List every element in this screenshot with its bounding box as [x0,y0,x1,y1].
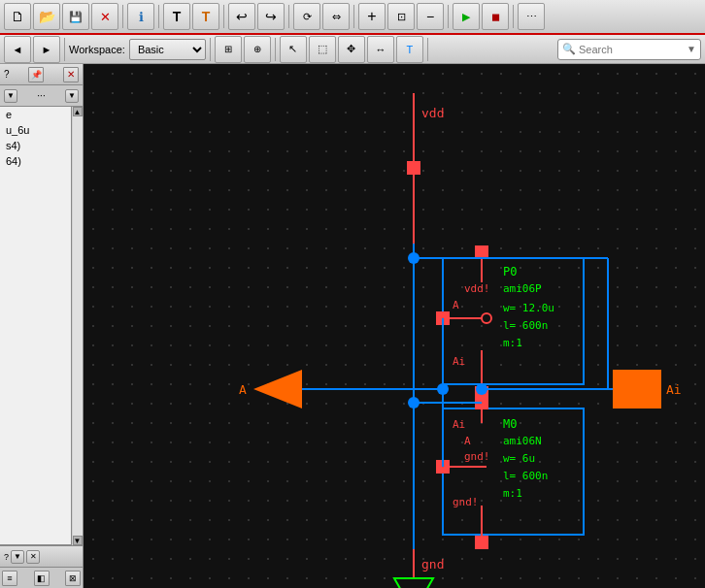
search-input[interactable] [579,44,687,55]
panel-scrollbar[interactable]: ▲ ▼ [71,107,83,545]
nmos-a-label2: A [464,435,471,447]
toolbar-top: 🗋 📂 💾 ✕ ℹ T T ↩ ↪ ⟳ ⇔ + ⊡ − ▶ ◼ ⋯ [0,0,705,35]
zoom-out-button[interactable]: − [417,3,444,30]
save-button[interactable]: 💾 [62,3,89,30]
A-input-arrow [253,370,302,408]
search-icon: 🔍 [562,43,576,55]
zoom-in-button[interactable]: + [358,3,386,30]
sep10 [275,38,276,61]
nmos-ai-label2: Ai [453,418,465,431]
pmos-w-label: w= 12.0u [503,302,554,314]
output-junction [476,383,487,395]
panel-bottom-label: ? [4,552,9,562]
pmos-name-label: ami06P [503,282,542,295]
pmos-a-label: A [453,299,459,311]
sep2 [158,5,159,28]
open-button[interactable]: 📂 [33,3,60,30]
move-button[interactable]: ✥ [338,36,365,63]
run-button[interactable]: ▶ [453,3,480,30]
canvas-area[interactable]: vdd P0 vdd! ami06P w= 12.0u l= 600n m:1 … [84,64,705,588]
sep9 [210,38,211,61]
panel-dropdown-btn2[interactable]: ▼ [65,89,79,103]
A-arrow-label: A [239,382,247,397]
sep8 [64,38,65,61]
svg-rect-14 [475,536,488,549]
workspace-label: Workspace: [69,44,125,55]
nav-forward[interactable]: ► [33,36,60,63]
sep4 [288,5,289,28]
nmos-m-label: m:1 [503,487,522,500]
footer-btn2[interactable]: ◧ [34,571,50,586]
panel-bottom-close[interactable]: ✕ [26,550,40,564]
scroll-track [73,116,83,536]
scroll-down-btn[interactable]: ▼ [73,536,83,545]
list-item[interactable]: u_6u [0,122,71,138]
list-item[interactable]: 64) [0,153,71,169]
search-box: 🔍 ▼ [557,39,701,60]
pmos-m-label: m:1 [503,337,522,349]
toolbar-second: ◄ ► Workspace: Basic Advanced ⊞ ⊕ ↖ ⬚ ✥ … [0,35,705,64]
scroll-up-btn[interactable]: ▲ [73,107,83,116]
pmos-l-label: l= 600n [503,319,548,332]
close-button[interactable]: ✕ [91,3,118,30]
panel-question-icon: ? [4,69,10,80]
panel-dropdown: ▼ ··· ▼ [0,85,83,107]
nmos-w-label: w= 6u [503,452,535,465]
pmos-p0-label: P0 [503,265,517,278]
cursor-button[interactable]: ↖ [280,36,307,63]
undo-button[interactable]: ↩ [228,3,255,30]
panel-footer: ≡ ◧ ⊠ [0,567,83,588]
footer-btn3[interactable]: ⊠ [65,571,81,586]
wire-button[interactable]: T [396,36,423,63]
text2-button[interactable]: T [192,3,219,30]
nmos-l-label: l= 600n [503,470,548,482]
schematic-svg: vdd P0 vdd! ami06P w= 12.0u l= 600n m:1 … [84,64,705,588]
nav-back[interactable]: ◄ [4,36,31,63]
rotate-button[interactable]: ⟳ [293,3,320,30]
grid-button[interactable]: ⊞ [215,36,242,63]
workspace-select[interactable]: Basic Advanced [129,39,206,60]
list-item[interactable]: e [0,107,71,122]
sep7 [513,5,514,28]
zoom-fit-button[interactable]: ⊡ [387,3,415,30]
new-button[interactable]: 🗋 [4,3,31,30]
panel-dropdown-label: ··· [37,90,45,101]
left-panel: ? 📌 ✕ ▼ ··· ▼ e u_6u s4) 64) ▲ ▼ ? [0,64,84,588]
sep11 [427,38,428,61]
footer-btn1[interactable]: ≡ [2,571,17,586]
main-area: ? 📌 ✕ ▼ ··· ▼ e u_6u s4) 64) ▲ ▼ ? [0,64,705,588]
panel-bottom-dropdown[interactable]: ▼ [11,550,24,564]
select-button[interactable]: ⬚ [309,36,336,63]
panel-dropdown-btn1[interactable]: ▼ [4,89,17,103]
Ai-arrow-label: Ai [666,382,682,397]
info-button[interactable]: ℹ [127,3,154,30]
panel-close-button[interactable]: ✕ [63,67,79,82]
svg-rect-3 [475,245,488,259]
sep3 [223,5,224,28]
search-dropdown-arrow[interactable]: ▼ [687,44,696,54]
mirror-button[interactable]: ⇔ [322,3,350,30]
panel-pin-button[interactable]: 📌 [28,67,44,82]
text-button[interactable]: T [163,3,190,30]
panel-list: e u_6u s4) 64) [0,107,71,545]
nmos-drain-junction [408,397,420,408]
vdd-label: vdd [421,106,444,120]
top-junction [408,252,420,264]
stretch-button[interactable]: ↔ [367,36,394,63]
nmos-name-label: ami06N [503,435,542,447]
sep1 [122,5,123,28]
pmos-ai-label: Ai [453,355,465,368]
gate-junction [437,383,449,395]
snap-button[interactable]: ⊕ [244,36,271,63]
list-item[interactable]: s4) [0,138,71,153]
stop-button[interactable]: ◼ [482,3,509,30]
redo-button[interactable]: ↪ [257,3,285,30]
gnd-symbol [394,578,433,588]
Ai-output-arrow [613,370,661,408]
extra-button[interactable]: ⋯ [518,3,545,30]
pmos-vdd-label: vdd! [464,282,490,295]
panel-bottom: ? ▼ ✕ [0,545,83,567]
nmos-gnd2-label: gnd! [453,496,479,508]
nmos-gnd-label: gnd! [464,450,490,463]
panel-header: ? 📌 ✕ [0,64,83,85]
